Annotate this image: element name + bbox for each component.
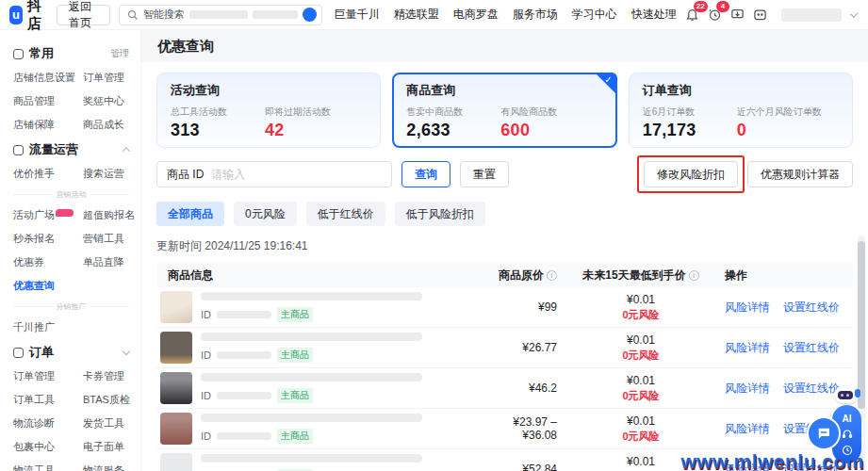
card-order-query[interactable]: 订单查询 近6月订单数 17,173 近六个月风险订单数 0 [629, 73, 853, 148]
sidebar-item-price-promoter[interactable]: 优价推手 [13, 167, 83, 181]
sidebar-item-search-ops[interactable]: 搜索运营 [83, 167, 129, 181]
section-common-title: 常用 [29, 45, 54, 62]
risk-detail-link[interactable]: 风险详情 [725, 340, 770, 356]
modify-risk-discount-button[interactable]: 修改风险折扣 [644, 161, 738, 187]
nav-dianshangluopan[interactable]: 电商罗盘 [453, 7, 499, 23]
ai-label: AI [843, 414, 852, 424]
sidebar-item-product-mgmt[interactable]: 商品管理 [13, 94, 83, 108]
sidebar-item-shop-protection[interactable]: 店铺保障 [13, 118, 83, 132]
sidebar-item-btas[interactable]: BTAS质检 [83, 393, 130, 407]
sidebar-item-qianchuan-promo[interactable]: 千川推广 [13, 320, 83, 334]
notification-badge: 22 [694, 1, 708, 12]
sidebar-item-logistics-service[interactable]: 物流服务 [83, 463, 130, 471]
top-navigation: 巨量千川 精选联盟 电商罗盘 服务市场 学习中心 快速处理 [335, 7, 677, 23]
set-redline-link[interactable]: 设置红线价 [783, 340, 840, 356]
stat-value-danger: 600 [500, 121, 595, 140]
main-product-tag: 主商品 [277, 348, 313, 363]
risk-detail-link[interactable]: 风险详情 [725, 421, 770, 437]
section-order-title: 订单 [29, 344, 54, 361]
main-content: 优惠查询 活动查询 总工具活动数 313 即将过期活动数 42 ✓ 商品查询 售… [141, 30, 868, 471]
download-client-icon[interactable] [730, 7, 745, 24]
notification-bell-icon[interactable]: 22 [685, 7, 699, 24]
douyin-shop-logo[interactable]: u 抖店 [9, 0, 48, 33]
headset-icon[interactable] [842, 429, 853, 440]
sidebar-item-logistics-tools[interactable]: 物流工具 [13, 463, 83, 471]
card-activity-query[interactable]: 活动查询 总工具活动数 313 即将过期活动数 42 [156, 73, 381, 148]
folder-icon [13, 49, 24, 59]
logo-text: 抖店 [27, 0, 48, 33]
info-icon[interactable] [689, 270, 699, 281]
sidebar-item-order-tools[interactable]: 订单工具 [13, 393, 83, 407]
ai-robot-icon[interactable] [833, 384, 860, 405]
customer-service-icon[interactable] [753, 7, 767, 24]
manage-link[interactable]: 管理 [110, 47, 129, 60]
info-icon[interactable] [547, 270, 557, 281]
sidebar-item-e-waybill[interactable]: 电子面单 [83, 440, 130, 454]
ai-search-icon[interactable] [303, 8, 317, 22]
nav-juliangqianchuan[interactable]: 巨量千川 [335, 7, 380, 23]
sidebar-item-product-growth[interactable]: 商品成长 [83, 118, 129, 132]
sidebar-item-discount-query-active[interactable]: 优惠查询 [13, 279, 83, 293]
back-home-button[interactable]: 返回首页 [57, 5, 110, 25]
user-chevron-down-icon[interactable] [850, 9, 858, 17]
discount-rule-calculator-button[interactable]: 优惠规则计算器 [747, 161, 853, 187]
original-price: ¥46.2 [476, 382, 570, 395]
sidebar-item-flash-sale[interactable]: 秒杀报名 [13, 232, 83, 246]
stat-label: 售卖中商品数 [406, 106, 500, 119]
user-name-blurred[interactable] [781, 8, 842, 22]
tab-below-risk-discount[interactable]: 低于风险折扣 [395, 202, 485, 226]
table-row: ID 主商品 ¥99 ¥0.01 0元风险 风险详情 设置红线价 [156, 287, 853, 328]
sidebar-item-shipping-tools[interactable]: 发货工具 [83, 416, 130, 430]
order-items: 订单管理 卡券管理 订单工具 BTAS质检 物流诊断 发货工具 包裹中心 电子面… [13, 369, 129, 471]
set-redline-link[interactable]: 设置红线价 [783, 300, 840, 316]
card-product-query-selected[interactable]: ✓ 商品查询 售卖中商品数 2,633 有风险商品数 600 [392, 73, 616, 148]
product-thumbnail[interactable] [160, 413, 192, 445]
sidebar-item-value-buy[interactable]: 超值购报名 [83, 208, 135, 222]
sidebar-item-package-center[interactable]: 包裹中心 [13, 440, 83, 454]
todo-alarm-icon[interactable]: 4 [708, 7, 722, 24]
nav-jingxuanlianmeng[interactable]: 精选联盟 [394, 7, 439, 23]
chat-bubble-button[interactable] [807, 416, 841, 450]
nav-fuwushichang[interactable]: 服务市场 [513, 7, 558, 23]
tab-all-products[interactable]: 全部商品 [156, 202, 224, 226]
tab-zero-risk[interactable]: 0元风险 [234, 202, 297, 226]
sidebar-item-marketing-tools[interactable]: 营销工具 [83, 232, 135, 246]
sidebar-item-single-discount[interactable]: 单品直降 [83, 255, 135, 269]
order-icon [13, 348, 24, 358]
sidebar-item-order-mgmt2[interactable]: 订单管理 [13, 369, 83, 383]
risk-detail-link[interactable]: 风险详情 [725, 381, 770, 397]
sidebar-item-coupon[interactable]: 优惠券 [13, 255, 83, 269]
search-input[interactable]: 智能搜索 [119, 5, 322, 25]
nav-xuexizhongxin[interactable]: 学习中心 [572, 7, 617, 23]
main-product-tag: 主商品 [277, 307, 313, 322]
header-product-info: 商品信息 [156, 268, 476, 284]
sidebar-item-card-mgmt[interactable]: 卡券管理 [83, 369, 130, 383]
main-product-tag: 主商品 [277, 429, 313, 444]
product-thumbnail[interactable] [160, 332, 192, 364]
section-order[interactable]: 订单 [13, 344, 129, 361]
sidebar-item-order-mgmt[interactable]: 订单管理 [83, 71, 129, 85]
sidebar-item-activity-square[interactable]: 活动广场 [13, 208, 83, 222]
product-thumbnail[interactable] [160, 291, 192, 323]
product-cell: ID 主商品 [156, 413, 476, 445]
id-label: ID [201, 309, 211, 320]
product-id-input[interactable]: 商品 ID 请输入 [156, 161, 392, 187]
set-redline-link[interactable]: 设置红线价 [783, 381, 840, 397]
reset-button[interactable]: 重置 [460, 161, 509, 187]
stat-value: 17,173 [643, 121, 737, 140]
stat-value: 2,633 [406, 121, 500, 140]
sidebar-item-reward-center[interactable]: 奖惩中心 [83, 94, 129, 108]
query-button[interactable]: 查询 [401, 161, 450, 187]
sidebar-item-shop-info[interactable]: 店铺信息设置 [13, 71, 83, 85]
original-price: ¥99 [476, 300, 570, 314]
sidebar-item-logistics-diag[interactable]: 物流诊断 [13, 416, 83, 430]
tab-below-redline[interactable]: 低于红线价 [306, 202, 385, 226]
search-placeholder-blur [189, 10, 248, 19]
section-traffic[interactable]: 流量运营 [13, 141, 129, 158]
logo-icon: u [9, 6, 23, 24]
product-thumbnail[interactable] [160, 372, 192, 404]
risk-detail-link[interactable]: 风险详情 [725, 300, 770, 316]
product-thumbnail[interactable] [160, 453, 192, 471]
nav-kuaisuchuli[interactable]: 快速处理 [631, 7, 677, 23]
header-actions: 操作 [712, 268, 853, 284]
